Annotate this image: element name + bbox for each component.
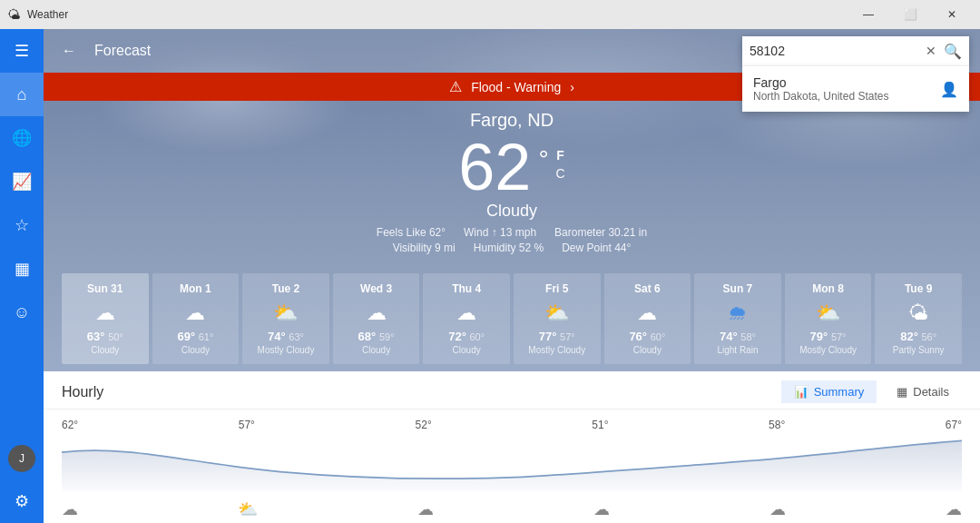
day-name: Mon 8 [792,282,865,295]
unit-fahrenheit[interactable]: F [556,147,565,165]
search-result-person-icon: 👤 [940,81,958,98]
back-button[interactable]: ← [54,36,83,65]
close-button[interactable]: ✕ [931,0,973,29]
day-temps: 74° 63° [250,330,322,343]
hourly-actions: 📊 Summary ▦ Details [781,380,962,403]
wind: Wind ↑ 13 mph [464,226,536,239]
forecast-day-sun7[interactable]: Sun 7 🌧 74° 58° Light Rain [694,273,781,364]
temp-unit-toggle: F C [556,147,565,183]
temp-label-6: 67° [946,419,962,431]
day-icon: ⛅ [250,301,322,326]
settings-icon[interactable]: ⚙ [0,479,44,523]
sidebar-item-calendar[interactable]: ▦ [0,247,44,291]
day-name: Fri 5 [521,282,593,295]
chart-icon-3: ☁ [417,499,434,519]
chart-icon-2: ⛅ [238,499,258,519]
temp-label-3: 52° [416,419,432,431]
search-dropdown: Fargo North Dakota, United States 👤 [742,65,969,112]
search-clear-icon[interactable]: ✕ [926,44,936,58]
search-input[interactable] [750,44,918,58]
temp-label-5: 58° [769,419,785,431]
day-name: Sun 7 [701,282,774,295]
hourly-header: Hourly 📊 Summary ▦ Details [44,371,980,410]
day-name: Wed 3 [340,282,413,295]
hourly-title: Hourly [62,384,103,400]
hourly-chart: 62° 57° 52° 51° 58° 67° [44,410,980,523]
forecast-day-wed3[interactable]: Wed 3 ☁ 68° 59° Cloudy [333,273,420,364]
content-area: ⚠ Flood - Warning › Fargo, ND 62 ° F C C… [44,73,980,523]
sidebar-item-emoji[interactable]: ☺ [0,291,44,334]
day-icon: ⛅ [521,301,593,326]
forecast-day-sun31[interactable]: Sun 31 ☁ 63° 50° Cloudy [62,273,149,364]
condition-text: Cloudy [44,202,980,221]
search-result-city: Fargo [753,75,888,90]
forecast-day-thu4[interactable]: Thu 4 ☁ 72° 60° Cloudy [423,273,510,364]
alert-text: Flood - Warning [471,80,561,94]
day-name: Tue 2 [250,282,322,295]
day-condition: Cloudy [160,345,232,355]
forecast-day-fri5[interactable]: Fri 5 ⛅ 77° 57° Mostly Cloudy [514,273,601,364]
alert-icon: ⚠ [449,78,462,95]
maximize-button[interactable]: ⬜ [889,0,931,29]
current-weather: Fargo, ND 62 ° F C Cloudy Feels Like 62°… [44,101,980,259]
day-name: Mon 1 [160,282,232,295]
sidebar-item-hamburger[interactable]: ☰ [0,29,44,73]
chart-icons: ☁ ⛅ ☁ ☁ ☁ ☁ [44,499,980,519]
temperature: 62 [458,134,531,200]
day-condition: Mostly Cloudy [521,345,593,355]
top-bar: ← Forecast ☆ 📌 ••• ✕ 🔍 Fargo [44,29,980,73]
day-temps: 79° 57° [792,330,865,343]
sidebar-item-globe[interactable]: 🌐 [0,116,44,160]
degree-symbol: ° [538,145,548,174]
forecast-day-tue9[interactable]: Tue 9 🌤 82° 56° Partly Sunny [875,273,962,364]
sidebar-item-favorites[interactable]: ☆ [0,203,44,247]
day-name: Sat 6 [612,282,684,295]
app-title: Weather [27,8,68,21]
day-temps: 76° 60° [612,330,684,343]
summary-button[interactable]: 📊 Summary [781,380,877,403]
day-condition: Cloudy [340,345,413,355]
chart-svg [62,437,962,491]
search-result-fargo[interactable]: Fargo North Dakota, United States 👤 [742,66,969,112]
minimize-button[interactable]: — [848,0,889,29]
title-bar-left: 🌤 Weather [7,7,68,22]
sidebar-item-chart[interactable]: 📈 [0,160,44,203]
temp-label-2: 57° [239,419,255,431]
unit-celsius[interactable]: C [556,165,565,183]
temp-label-4: 51° [592,419,608,431]
day-temps: 74° 58° [701,330,774,343]
chart-icon-1: ☁ [62,499,78,519]
search-button[interactable]: 🔍 [944,43,962,60]
forecast-day-mon8[interactable]: Mon 8 ⛅ 79° 57° Mostly Cloudy [785,273,872,364]
sidebar-item-home[interactable]: ⌂ [0,73,44,116]
day-temps: 72° 60° [430,330,503,343]
search-box: ✕ 🔍 [742,36,969,65]
chart-temps: 62° 57° 52° 51° 58° 67° [44,419,980,431]
forecast-day-mon1[interactable]: Mon 1 ☁ 69° 61° Cloudy [152,273,240,364]
day-condition: Cloudy [430,345,503,355]
day-icon: ⛅ [792,301,865,326]
weather-details: Feels Like 62° Wind ↑ 13 mph Barometer 3… [44,226,980,239]
avatar[interactable]: J [8,445,35,472]
day-name: Tue 9 [882,282,955,295]
chart-icon-5: ☁ [769,499,786,519]
day-icon: ☁ [69,301,142,326]
search-result-region: North Dakota, United States [753,90,888,103]
dew-point: Dew Point 44° [562,242,631,254]
main-content: ← Forecast ☆ 📌 ••• ✕ 🔍 Fargo [44,29,980,523]
chart-icon: 📊 [794,385,808,399]
temp-label-1: 62° [62,419,78,431]
day-condition: Partly Sunny [882,345,955,355]
day-icon: 🌧 [701,301,774,326]
city-name: Fargo, ND [44,110,980,131]
details-button[interactable]: ▦ Details [884,380,962,403]
day-temps: 68° 59° [340,330,413,343]
day-icon: ☁ [612,301,684,326]
feels-like: Feels Like 62° [377,226,446,239]
forecast-day-sat6[interactable]: Sat 6 ☁ 76° 60° Cloudy [604,273,691,364]
day-name: Sun 31 [69,282,142,295]
grid-icon: ▦ [897,385,907,399]
forecast-day-tue2[interactable]: Tue 2 ⛅ 74° 63° Mostly Cloudy [242,273,329,364]
day-condition: Cloudy [612,345,684,355]
alert-chevron-icon: › [570,80,574,94]
